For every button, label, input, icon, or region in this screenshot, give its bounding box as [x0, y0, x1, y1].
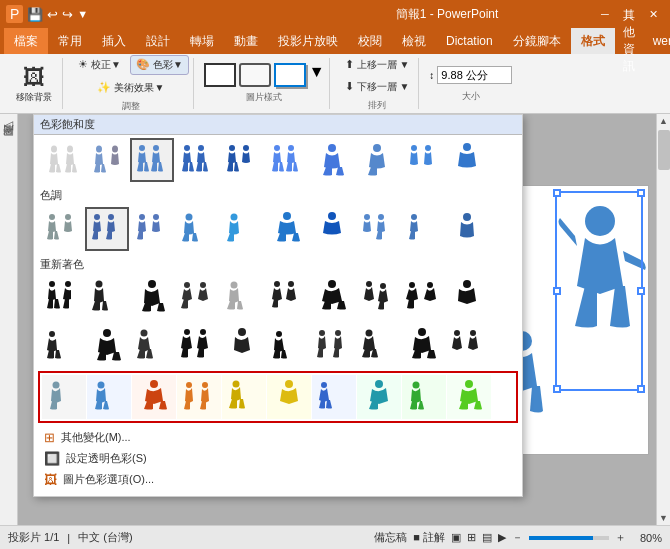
rc-0-3[interactable] [175, 275, 219, 319]
tab-format[interactable]: 格式 [571, 28, 615, 54]
view-reading-btn[interactable]: ▶ [498, 531, 506, 544]
sat-3[interactable] [175, 138, 219, 182]
rc-sel-8[interactable] [402, 375, 446, 419]
scroll-up-button[interactable]: ▲ [657, 114, 671, 128]
user-btn[interactable]: wenhsien... [645, 30, 670, 52]
tone-3[interactable] [175, 207, 219, 251]
style-preset-3[interactable] [274, 63, 306, 87]
rc-sel-1[interactable] [87, 375, 131, 419]
rc-1-6[interactable] [310, 323, 354, 367]
move-down-button[interactable]: ⬇下移一層 ▼ [340, 78, 415, 96]
tab-file[interactable]: 檔案 [4, 28, 48, 54]
scroll-thumb-v[interactable] [658, 130, 670, 170]
picture-color-options-btn[interactable]: 🖼 圖片色彩選項(O)... [40, 469, 516, 490]
sat-2[interactable] [130, 138, 174, 182]
rc-sel-5[interactable] [267, 375, 311, 419]
rc-0-0[interactable] [40, 275, 84, 319]
close-button[interactable]: ✕ [642, 5, 664, 23]
rc-1-9[interactable] [445, 323, 489, 367]
set-transparent-btn[interactable]: 🔲 設定透明色彩(S) [40, 448, 516, 469]
color-button[interactable]: 🎨 色彩▼ [130, 55, 189, 75]
quick-redo[interactable]: ↪ [62, 7, 73, 22]
tab-review[interactable]: 校閱 [348, 28, 392, 54]
view-notes-btn[interactable]: ▤ [482, 531, 492, 544]
rc-1-4[interactable] [220, 323, 264, 367]
rc-1-2[interactable] [130, 323, 174, 367]
tone-4[interactable] [220, 207, 264, 251]
rc-0-1[interactable] [85, 275, 129, 319]
tone-7[interactable] [355, 207, 399, 251]
rc-sel-0[interactable] [42, 375, 86, 419]
notes-btn[interactable]: 備忘稿 [374, 530, 407, 545]
rc-0-6[interactable] [310, 275, 354, 319]
rc-0-7[interactable] [355, 275, 399, 319]
sat-6[interactable] [310, 138, 354, 182]
quick-undo[interactable]: ↩ [47, 7, 58, 22]
tab-home[interactable]: 常用 [48, 28, 92, 54]
tone-5[interactable] [265, 207, 309, 251]
zoom-out-btn[interactable]: － [512, 530, 523, 545]
quick-more[interactable]: ▼ [77, 8, 88, 20]
rc-0-2[interactable] [130, 275, 174, 319]
sat-5[interactable] [265, 138, 309, 182]
rc-1-1[interactable] [85, 323, 129, 367]
rc-1-3[interactable] [175, 323, 219, 367]
style-preset-2[interactable] [239, 63, 271, 87]
rc-1-8[interactable] [400, 323, 444, 367]
tone-0[interactable] [40, 207, 84, 251]
correct-button[interactable]: ☀ 校正▼ [73, 56, 126, 74]
rc-0-9[interactable] [445, 275, 489, 319]
rc-1-0[interactable] [40, 323, 84, 367]
tone-8[interactable] [400, 207, 444, 251]
more-info-btn[interactable]: 其他資訊 [615, 3, 643, 79]
rc-0-5[interactable] [265, 275, 309, 319]
tab-storyboard[interactable]: 分鏡腳本 [503, 28, 571, 54]
sat-8[interactable] [400, 138, 444, 182]
quick-save[interactable]: 💾 [27, 7, 43, 22]
sidebar-collapse-btn[interactable]: ◁ [4, 118, 13, 132]
sat-1[interactable] [85, 138, 129, 182]
more-styles-icon[interactable]: ▼ [309, 63, 325, 87]
artistic-effects-button[interactable]: ✨ 美術效果▼ [92, 79, 169, 97]
view-normal-btn[interactable]: ▣ [451, 531, 461, 544]
tone-2[interactable] [130, 207, 174, 251]
tone-9[interactable] [445, 207, 489, 251]
tone-6[interactable] [310, 207, 354, 251]
rc-sel-9[interactable] [447, 375, 491, 419]
rc-sel-7[interactable] [357, 375, 401, 419]
sat-9[interactable] [445, 138, 489, 182]
rc-sel-4[interactable] [222, 375, 266, 419]
more-variations-btn[interactable]: ⊞ 其他變化(M)... [40, 427, 516, 448]
minimize-button[interactable]: ─ [594, 5, 616, 23]
tab-dictation[interactable]: Dictation [436, 28, 503, 54]
comments-btn[interactable]: ■ 註解 [413, 530, 445, 545]
tab-design[interactable]: 設計 [136, 28, 180, 54]
tab-animation[interactable]: 動畫 [224, 28, 268, 54]
tab-slideshow[interactable]: 投影片放映 [268, 28, 348, 54]
tab-transition[interactable]: 轉場 [180, 28, 224, 54]
zoom-in-btn[interactable]: ＋ [615, 530, 626, 545]
svg-point-4 [139, 145, 145, 151]
scroll-down-button[interactable]: ▼ [657, 511, 671, 525]
view-slide-btn[interactable]: ⊞ [467, 531, 476, 544]
style-preset-1[interactable] [204, 63, 236, 87]
tab-view[interactable]: 檢視 [392, 28, 436, 54]
rc-0-4[interactable] [220, 275, 264, 319]
height-input[interactable] [437, 66, 512, 84]
tab-insert[interactable]: 插入 [92, 28, 136, 54]
svg-point-55 [366, 330, 373, 337]
tone-0-icon [44, 211, 80, 247]
rc-sel-3[interactable] [177, 375, 221, 419]
sat-7[interactable] [355, 138, 399, 182]
rc-sel-2[interactable] [132, 375, 176, 419]
rc-sel-6[interactable] [312, 375, 356, 419]
sat-0[interactable] [40, 138, 84, 182]
rc-1-7[interactable] [355, 323, 399, 367]
remove-background-button[interactable]: 🖼 移除背景 [10, 62, 58, 106]
sat-4[interactable] [220, 138, 264, 182]
zoom-slider[interactable] [529, 536, 609, 540]
tone-1[interactable] [85, 207, 129, 251]
rc-0-8[interactable] [400, 275, 444, 319]
rc-1-5[interactable] [265, 323, 309, 367]
move-up-button[interactable]: ⬆上移一層 ▼ [340, 56, 415, 74]
